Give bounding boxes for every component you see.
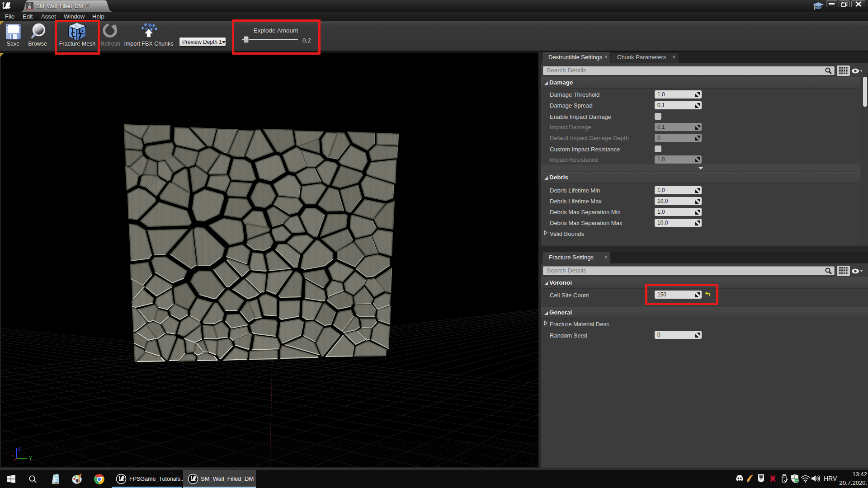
svg-text:Z: Z (18, 446, 21, 451)
svg-text:x: x (12, 453, 14, 457)
svg-text:Y: Y (29, 456, 32, 461)
